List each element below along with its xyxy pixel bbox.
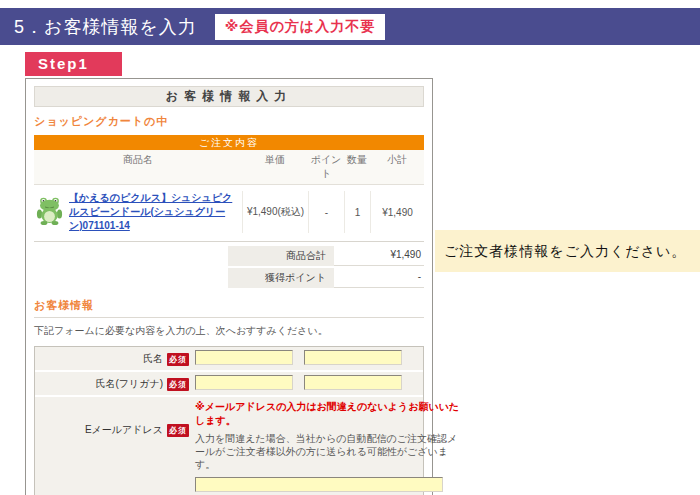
last-name-kana-input[interactable] bbox=[195, 375, 293, 390]
form-row-email: Eメールアドレス 必須 ※メールアドレスの入力はお間違えのないようお願いいたしま… bbox=[35, 397, 423, 495]
kana-label: 氏名(フリガナ) bbox=[95, 377, 163, 391]
points-value: - bbox=[308, 191, 344, 233]
form-instruction: 下記フォームに必要な内容を入力の上、次へおすすみください。 bbox=[34, 324, 424, 338]
form-row-name: 氏名 必須 bbox=[35, 347, 423, 372]
product-total-row: 商品合計 ¥1,490 bbox=[228, 246, 424, 266]
email-warning-bold: ※メールアドレスの入力はお間違えのないようお願いいたします。 bbox=[195, 400, 467, 428]
step-badge: Step1 bbox=[25, 52, 122, 76]
earned-points-value: - bbox=[334, 268, 424, 288]
last-name-input[interactable] bbox=[195, 350, 293, 365]
col-unit-price: 単価 bbox=[242, 153, 308, 181]
required-badge: 必須 bbox=[167, 353, 189, 366]
earned-points-label: 獲得ポイント bbox=[228, 268, 334, 288]
earned-points-row: 獲得ポイント - bbox=[228, 268, 424, 288]
required-badge: 必須 bbox=[167, 424, 189, 437]
page: 5．お客様情報を入力 ※会員の方は入力不要 Step1 お客様情報入力 ショッピ… bbox=[0, 0, 700, 495]
checkout-panel: お客様情報入力 ショッピングカートの中 ご注文内容 商品名 単価 ポイント 数量… bbox=[25, 78, 433, 495]
email-label: Eメールアドレス bbox=[85, 423, 163, 437]
first-name-kana-input[interactable] bbox=[304, 375, 402, 390]
quantity-value: 1 bbox=[344, 191, 370, 233]
name-label: 氏名 bbox=[143, 352, 163, 366]
first-name-input[interactable] bbox=[304, 350, 402, 365]
totals-table: 商品合計 ¥1,490 獲得ポイント - bbox=[228, 246, 424, 288]
orderer-info-callout: ご注文者様情報をご入力ください。 bbox=[435, 230, 700, 272]
order-contents-bar: ご注文内容 bbox=[34, 135, 424, 150]
form-row-kana: 氏名(フリガナ) 必須 bbox=[35, 372, 423, 397]
product-total-value: ¥1,490 bbox=[334, 246, 424, 266]
product-link[interactable]: 【かえるのピクルス】シュシュピクルスビーンドール(シュシュグリーン)071101… bbox=[69, 191, 242, 233]
member-note: ※会員の方は入力不要 bbox=[215, 14, 385, 40]
subtotal-value: ¥1,490 bbox=[370, 191, 424, 233]
form-title: お客様情報入力 bbox=[34, 86, 424, 107]
col-subtotal: 小計 bbox=[370, 153, 424, 181]
col-product-name: 商品名 bbox=[34, 153, 242, 181]
unit-price-value: ¥1,490(税込) bbox=[242, 191, 308, 233]
customer-form: 氏名 必須 氏名(フリガナ) 必須 bbox=[34, 346, 424, 495]
product-total-label: 商品合計 bbox=[228, 246, 334, 266]
page-title: 5．お客様情報を入力 bbox=[0, 15, 197, 39]
col-points: ポイント bbox=[308, 153, 344, 181]
order-table-header: 商品名 単価 ポイント 数量 小計 bbox=[34, 150, 424, 185]
cart-heading: ショッピングカートの中 bbox=[34, 114, 424, 129]
frog-doll-thumbnail-icon bbox=[34, 196, 64, 229]
customer-info-heading: お客様情報 bbox=[34, 298, 424, 318]
col-quantity: 数量 bbox=[344, 153, 370, 181]
section-header: 5．お客様情報を入力 ※会員の方は入力不要 bbox=[0, 8, 700, 45]
email-input[interactable] bbox=[195, 477, 443, 492]
email-warning-text: 入力を間違えた場合、当社からの自動配信のご注文確認メールがご注文者様以外の方に送… bbox=[195, 432, 467, 472]
product-row: 【かえるのピクルス】シュシュピクルスビーンドール(シュシュグリーン)071101… bbox=[34, 185, 424, 242]
required-badge: 必須 bbox=[167, 378, 189, 391]
